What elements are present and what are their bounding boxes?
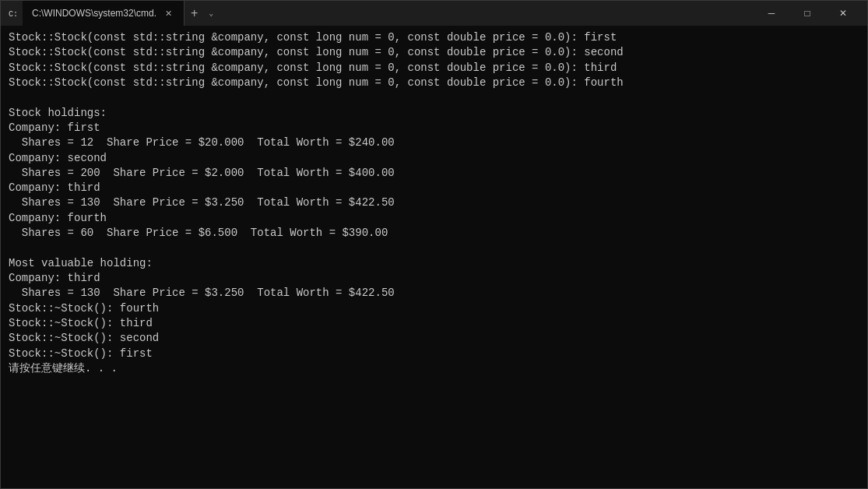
svg-text:C:: C: xyxy=(9,10,18,19)
tab-group: C: C:\WINDOWS\system32\cmd. ✕ + ⌄ xyxy=(7,1,750,26)
terminal-icon: C: xyxy=(7,7,19,19)
terminal-output: Stock::Stock(const std::string &company,… xyxy=(1,26,867,488)
tab-close-button[interactable]: ✕ xyxy=(163,8,174,19)
new-tab-button[interactable]: + xyxy=(184,6,204,20)
terminal-tab[interactable]: C:\WINDOWS\system32\cmd. ✕ xyxy=(23,1,184,26)
titlebar: C: C:\WINDOWS\system32\cmd. ✕ + ⌄ ─ □ ✕ xyxy=(1,1,867,26)
maximize-button[interactable]: □ xyxy=(789,1,825,26)
window-controls: ─ □ ✕ xyxy=(754,1,861,26)
terminal-window: C: C:\WINDOWS\system32\cmd. ✕ + ⌄ ─ □ ✕ … xyxy=(0,0,868,489)
tab-dropdown-button[interactable]: ⌄ xyxy=(204,9,218,18)
tab-label: C:\WINDOWS\system32\cmd. xyxy=(32,8,156,19)
close-button[interactable]: ✕ xyxy=(825,1,861,26)
minimize-button[interactable]: ─ xyxy=(754,1,789,26)
